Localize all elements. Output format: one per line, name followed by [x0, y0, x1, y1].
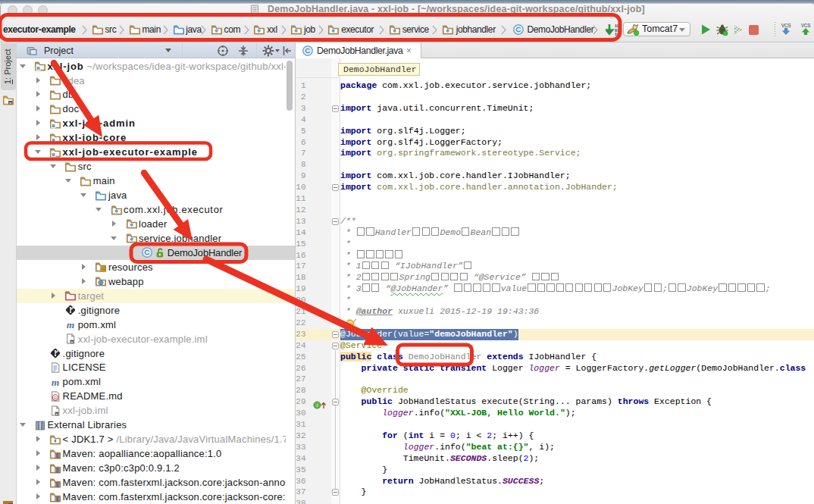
svg-text:m: m — [67, 319, 75, 330]
svg-text:VCS: VCS — [781, 23, 791, 28]
svg-text:C: C — [305, 46, 311, 55]
svg-text:m: m — [52, 377, 60, 388]
svg-text:VCS: VCS — [801, 23, 811, 28]
svg-text:C: C — [515, 25, 521, 33]
svg-text:i: i — [316, 402, 318, 409]
svg-text:C: C — [144, 249, 149, 257]
svg-text:10: 10 — [615, 33, 619, 36]
svg-text:M: M — [54, 396, 57, 399]
